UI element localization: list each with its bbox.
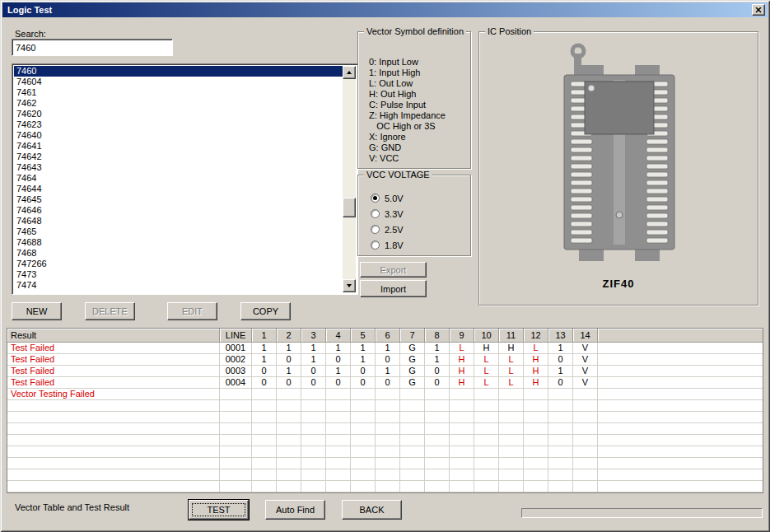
table-row[interactable]: Vector Testing Failed bbox=[7, 389, 763, 400]
copy-button[interactable]: COPY bbox=[240, 302, 291, 320]
value-cell bbox=[524, 412, 548, 423]
list-scrollbar[interactable] bbox=[343, 66, 356, 292]
close-button[interactable] bbox=[752, 4, 765, 16]
list-item[interactable]: 747266 bbox=[14, 259, 343, 269]
list-item[interactable]: 74645 bbox=[14, 194, 343, 205]
test-button[interactable]: TEST bbox=[189, 500, 249, 520]
table-row[interactable] bbox=[7, 481, 763, 492]
vector-symbol-group-title: Vector Symbol definition bbox=[364, 26, 466, 36]
value-cell: 1 bbox=[277, 343, 301, 354]
vcc-option-2.5V[interactable]: 2.5V bbox=[371, 222, 404, 237]
list-item[interactable]: 7460 bbox=[14, 66, 343, 77]
value-cell: 0 bbox=[326, 354, 351, 366]
value-cell bbox=[548, 423, 573, 435]
result-cell bbox=[7, 481, 220, 492]
list-item[interactable]: 74620 bbox=[14, 109, 343, 119]
table-row[interactable] bbox=[7, 435, 763, 446]
list-item[interactable]: 74641 bbox=[14, 141, 343, 152]
import-button[interactable]: Import bbox=[360, 280, 427, 297]
edit-button[interactable]: EDIT bbox=[167, 302, 217, 320]
radio-icon[interactable] bbox=[371, 240, 380, 250]
value-cell bbox=[376, 423, 400, 435]
ic-listbox[interactable]: 7460746047461746274620746237464074641746… bbox=[12, 63, 358, 295]
list-item[interactable]: 7461 bbox=[14, 87, 343, 98]
column-header: Result bbox=[7, 329, 220, 343]
table-row[interactable]: Test Failed0004000000G0HLLH0V bbox=[7, 377, 763, 389]
vector-symbol-line: Z: High Impedance bbox=[369, 110, 446, 121]
list-item[interactable]: 74642 bbox=[14, 152, 343, 162]
line-cell: 0002 bbox=[220, 354, 252, 366]
new-button[interactable]: NEW bbox=[12, 302, 62, 320]
list-item[interactable]: 74648 bbox=[14, 216, 343, 226]
list-item[interactable]: 74643 bbox=[14, 162, 343, 173]
value-cell bbox=[524, 435, 548, 446]
table-row[interactable] bbox=[7, 423, 763, 435]
vector-symbol-line: V: VCC bbox=[369, 153, 446, 164]
export-button[interactable]: Export bbox=[360, 262, 427, 278]
list-item[interactable]: 7475 bbox=[14, 291, 343, 292]
row-filler bbox=[598, 400, 763, 412]
back-button[interactable]: BACK bbox=[342, 500, 402, 520]
value-cell: G bbox=[400, 343, 425, 354]
vector-symbol-line: L: Out Low bbox=[369, 78, 446, 89]
list-item[interactable]: 7473 bbox=[14, 269, 343, 280]
value-cell bbox=[277, 389, 301, 400]
result-cell: Test Failed bbox=[7, 366, 220, 377]
list-item[interactable]: 74640 bbox=[14, 130, 343, 141]
value-cell: 1 bbox=[326, 343, 351, 354]
table-row[interactable]: Test Failed0002101010G1HLLH0V bbox=[7, 354, 763, 366]
column-header: 12 bbox=[524, 329, 548, 343]
table-row[interactable]: Test Failed0003010101G0HLLH1V bbox=[7, 366, 763, 377]
table-row[interactable] bbox=[7, 469, 763, 481]
result-cell: Test Failed bbox=[7, 343, 220, 354]
list-item[interactable]: 74688 bbox=[14, 237, 343, 248]
scroll-down-button[interactable] bbox=[343, 279, 356, 292]
value-cell: L bbox=[474, 366, 499, 377]
table-row[interactable] bbox=[7, 412, 763, 423]
value-cell: 0 bbox=[351, 377, 376, 389]
value-cell bbox=[425, 412, 450, 423]
vcc-option-5.0V[interactable]: 5.0V bbox=[371, 190, 404, 206]
value-cell bbox=[450, 469, 474, 481]
table-row[interactable]: Test Failed0001111111G1LHHL1V bbox=[7, 343, 763, 354]
table-row[interactable] bbox=[7, 400, 763, 412]
value-cell bbox=[450, 400, 474, 412]
vector-symbol-line: OC High or 3S bbox=[369, 121, 446, 132]
list-item[interactable]: 74646 bbox=[14, 205, 343, 216]
table-row[interactable] bbox=[7, 446, 763, 458]
scroll-up-button[interactable] bbox=[343, 66, 356, 79]
value-cell: 0 bbox=[326, 377, 351, 389]
radio-icon[interactable] bbox=[371, 225, 380, 234]
list-item[interactable]: 74623 bbox=[14, 119, 343, 130]
vcc-option-3.3V[interactable]: 3.3V bbox=[371, 206, 404, 222]
search-input[interactable] bbox=[12, 39, 173, 56]
value-cell bbox=[499, 446, 524, 458]
close-icon bbox=[755, 7, 762, 13]
scroll-thumb[interactable] bbox=[343, 198, 356, 217]
value-cell bbox=[351, 423, 376, 435]
delete-button[interactable]: DELETE bbox=[85, 302, 135, 320]
result-cell: Test Failed bbox=[7, 354, 220, 366]
line-cell bbox=[220, 481, 252, 492]
value-cell bbox=[573, 435, 598, 446]
value-cell bbox=[301, 435, 326, 446]
list-item[interactable]: 7464 bbox=[14, 173, 343, 184]
value-cell bbox=[573, 389, 598, 400]
value-cell: 0 bbox=[548, 377, 573, 389]
vcc-option-1.8V[interactable]: 1.8V bbox=[371, 237, 404, 253]
auto-find-button[interactable]: Auto Find bbox=[265, 500, 325, 520]
radio-icon[interactable] bbox=[371, 194, 380, 203]
list-item[interactable]: 7462 bbox=[14, 98, 343, 109]
list-item[interactable]: 7474 bbox=[14, 280, 343, 291]
list-item[interactable]: 7468 bbox=[14, 248, 343, 259]
value-cell bbox=[376, 469, 400, 481]
value-cell: H bbox=[450, 377, 474, 389]
value-cell bbox=[499, 400, 524, 412]
list-item[interactable]: 7465 bbox=[14, 226, 343, 237]
table-row[interactable] bbox=[7, 458, 763, 469]
list-item[interactable]: 74644 bbox=[14, 184, 343, 194]
ic-position-group: IC Position ZIF40 bbox=[478, 31, 758, 306]
list-item[interactable]: 74604 bbox=[14, 77, 343, 87]
line-cell: 0004 bbox=[220, 377, 252, 389]
radio-icon[interactable] bbox=[371, 209, 380, 218]
